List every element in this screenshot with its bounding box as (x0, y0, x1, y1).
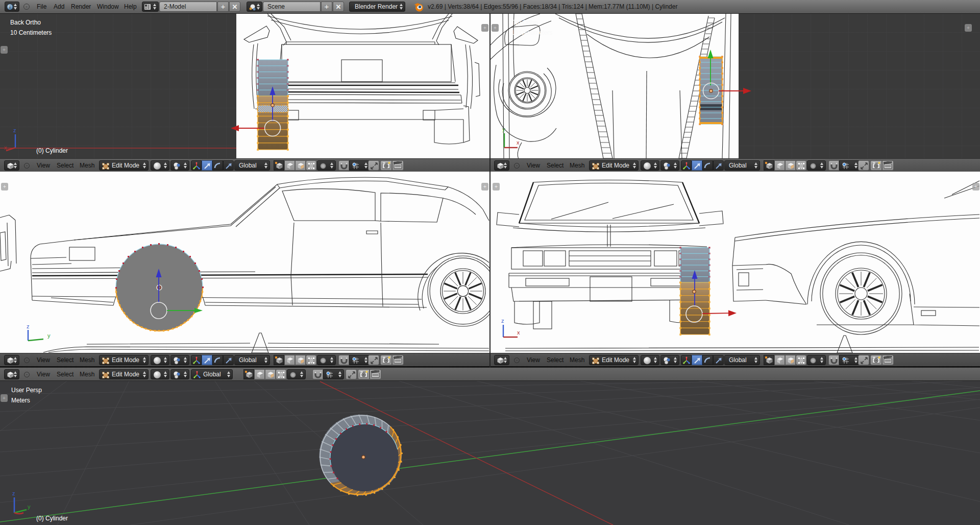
svg-text:z: z (12, 490, 15, 496)
svg-text:x: x (517, 329, 520, 336)
svg-text:x: x (517, 139, 520, 146)
svg-text:y: y (502, 126, 505, 132)
svg-text:y: y (47, 332, 51, 339)
svg-text:z: z (501, 318, 504, 324)
svg-text:z: z (13, 127, 16, 133)
svg-text:x: x (4, 145, 7, 151)
svg-text:y: y (28, 504, 31, 510)
svg-text:z: z (27, 323, 30, 329)
